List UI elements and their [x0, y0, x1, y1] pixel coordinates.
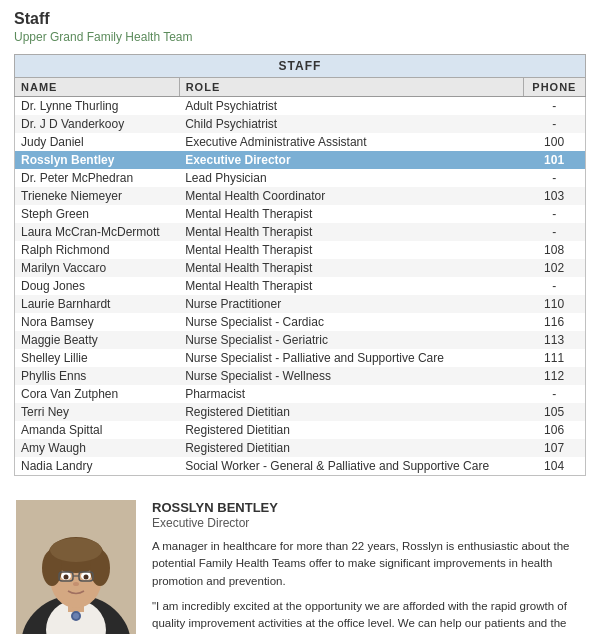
page-title: Staff: [14, 10, 586, 28]
table-row: Doug JonesMental Health Therapist-: [15, 277, 586, 295]
staff-name: Ralph Richmond: [15, 241, 180, 259]
staff-phone: -: [523, 169, 585, 187]
staff-phone: -: [523, 205, 585, 223]
svg-point-11: [64, 575, 69, 580]
staff-role: Registered Dietitian: [179, 439, 523, 457]
table-row: Marilyn VaccaroMental Health Therapist10…: [15, 259, 586, 277]
staff-name: Amanda Spittal: [15, 421, 180, 439]
bio-role: Executive Director: [152, 516, 584, 530]
staff-role: Nurse Specialist - Palliative and Suppor…: [179, 349, 523, 367]
table-row: Shelley LillieNurse Specialist - Palliat…: [15, 349, 586, 367]
staff-role: Nurse Specialist - Cardiac: [179, 313, 523, 331]
staff-phone: 116: [523, 313, 585, 331]
staff-tbody: Dr. Lynne ThurlingAdult Psychiatrist-Dr.…: [15, 97, 586, 476]
staff-role: Nurse Specialist - Geriatric: [179, 331, 523, 349]
staff-name: Nora Bamsey: [15, 313, 180, 331]
staff-name: Trieneke Niemeyer: [15, 187, 180, 205]
staff-name: Dr. Lynne Thurling: [15, 97, 180, 116]
staff-role: Mental Health Coordinator: [179, 187, 523, 205]
staff-phone: 107: [523, 439, 585, 457]
table-row: Amy WaughRegistered Dietitian107: [15, 439, 586, 457]
table-row: Phyllis EnnsNurse Specialist - Wellness1…: [15, 367, 586, 385]
staff-phone: 113: [523, 331, 585, 349]
staff-role: Pharmacist: [179, 385, 523, 403]
staff-name: Doug Jones: [15, 277, 180, 295]
staff-phone: -: [523, 97, 585, 116]
svg-point-8: [50, 538, 102, 562]
staff-phone: 110: [523, 295, 585, 313]
staff-phone: 101: [523, 151, 585, 169]
staff-name: Laura McCran-McDermott: [15, 223, 180, 241]
staff-phone: 102: [523, 259, 585, 277]
staff-title-row: STAFF: [15, 55, 586, 78]
staff-name: Phyllis Enns: [15, 367, 180, 385]
table-row: Dr. Lynne ThurlingAdult Psychiatrist-: [15, 97, 586, 116]
col-phone: PHONE: [523, 78, 585, 97]
staff-role: Mental Health Therapist: [179, 205, 523, 223]
staff-phone: 111: [523, 349, 585, 367]
staff-role: Mental Health Therapist: [179, 277, 523, 295]
col-role: ROLE: [179, 78, 523, 97]
staff-name: Terri Ney: [15, 403, 180, 421]
bio-text: ROSSLYN BENTLEY Executive Director A man…: [152, 500, 584, 634]
staff-phone: 100: [523, 133, 585, 151]
table-row: Ralph RichmondMental Health Therapist108: [15, 241, 586, 259]
table-row: Judy DanielExecutive Administrative Assi…: [15, 133, 586, 151]
table-row: Nora BamseyNurse Specialist - Cardiac116: [15, 313, 586, 331]
staff-table: STAFF NAME ROLE PHONE Dr. Lynne Thurling…: [14, 54, 586, 476]
staff-phone: 106: [523, 421, 585, 439]
page-subtitle: Upper Grand Family Health Team: [14, 30, 586, 44]
staff-section-title: STAFF: [15, 55, 586, 78]
table-row: Terri NeyRegistered Dietitian105: [15, 403, 586, 421]
staff-role: Mental Health Therapist: [179, 241, 523, 259]
staff-phone: 104: [523, 457, 585, 476]
staff-role: Social Worker - General & Palliative and…: [179, 457, 523, 476]
table-row: Trieneke NiemeyerMental Health Coordinat…: [15, 187, 586, 205]
bio-name: ROSSLYN BENTLEY: [152, 500, 584, 515]
table-row: Laura McCran-McDermottMental Health Ther…: [15, 223, 586, 241]
staff-name: Amy Waugh: [15, 439, 180, 457]
staff-name: Nadia Landry: [15, 457, 180, 476]
staff-role: Registered Dietitian: [179, 421, 523, 439]
table-row: Dr. Peter McPhedranLead Physician-: [15, 169, 586, 187]
svg-point-16: [73, 582, 79, 586]
staff-name: Shelley Lillie: [15, 349, 180, 367]
bio-photo: [16, 500, 136, 634]
table-row: Amanda SpittalRegistered Dietitian106: [15, 421, 586, 439]
bio-paragraphs: A manager in healthcare for more than 22…: [152, 538, 584, 634]
staff-name: Dr. J D Vanderkooy: [15, 115, 180, 133]
staff-name: Laurie Barnhardt: [15, 295, 180, 313]
table-row: Steph GreenMental Health Therapist-: [15, 205, 586, 223]
staff-role: Executive Director: [179, 151, 523, 169]
staff-phone: 105: [523, 403, 585, 421]
bio-paragraph: "I am incredibly excited at the opportun…: [152, 598, 584, 634]
staff-role: Mental Health Therapist: [179, 259, 523, 277]
bio-section: ROSSLYN BENTLEY Executive Director A man…: [14, 496, 586, 634]
staff-role: Mental Health Therapist: [179, 223, 523, 241]
staff-phone: -: [523, 115, 585, 133]
staff-name: Judy Daniel: [15, 133, 180, 151]
table-row: Rosslyn BentleyExecutive Director101: [15, 151, 586, 169]
staff-phone: 112: [523, 367, 585, 385]
staff-name: Rosslyn Bentley: [15, 151, 180, 169]
staff-role: Lead Physician: [179, 169, 523, 187]
svg-point-18: [73, 613, 79, 619]
staff-name: Cora Van Zutphen: [15, 385, 180, 403]
staff-role: Child Psychiatrist: [179, 115, 523, 133]
staff-name: Maggie Beatty: [15, 331, 180, 349]
table-row: Cora Van ZutphenPharmacist-: [15, 385, 586, 403]
staff-phone: -: [523, 223, 585, 241]
page-wrapper: Staff Upper Grand Family Health Team STA…: [0, 0, 600, 634]
staff-name: Steph Green: [15, 205, 180, 223]
staff-phone: -: [523, 277, 585, 295]
staff-phone: 108: [523, 241, 585, 259]
table-row: Nadia LandrySocial Worker - General & Pa…: [15, 457, 586, 476]
staff-role: Adult Psychiatrist: [179, 97, 523, 116]
staff-name: Marilyn Vaccaro: [15, 259, 180, 277]
staff-role: Nurse Specialist - Wellness: [179, 367, 523, 385]
staff-phone: 103: [523, 187, 585, 205]
staff-name: Dr. Peter McPhedran: [15, 169, 180, 187]
column-header-row: NAME ROLE PHONE: [15, 78, 586, 97]
staff-phone: -: [523, 385, 585, 403]
table-row: Laurie BarnhardtNurse Practitioner110: [15, 295, 586, 313]
